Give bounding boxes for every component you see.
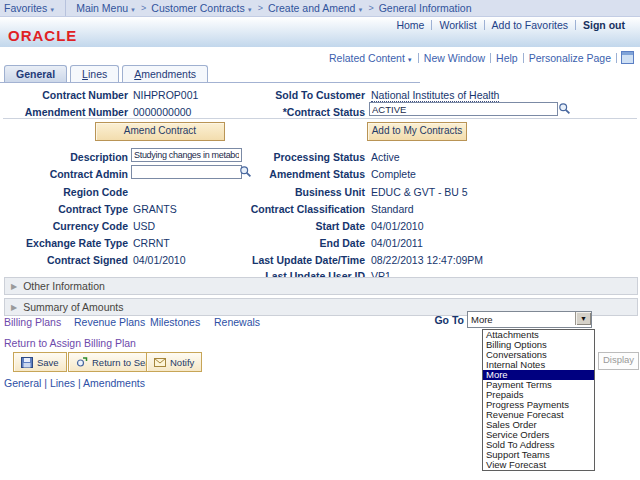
goto-option[interactable]: Sales Order <box>483 420 594 430</box>
notify-envelope-icon <box>154 357 166 368</box>
divider <box>3 118 637 119</box>
chevron-down-icon: ▼ <box>357 7 363 13</box>
contract-status-label: *Contract Status <box>190 106 365 118</box>
goto-option[interactable]: Attachments <box>483 330 594 340</box>
divider <box>523 53 524 63</box>
chevron-down-icon: ▼ <box>407 57 413 63</box>
expand-arrow-icon: ▶ <box>11 282 17 291</box>
goto-option[interactable]: Progress Payments <box>483 400 594 410</box>
worklist-link[interactable]: Worklist <box>439 19 476 31</box>
home-link[interactable]: Home <box>396 19 424 31</box>
revenue-plans-link[interactable]: Revenue Plans <box>74 316 145 328</box>
contract-admin-input[interactable] <box>131 165 242 179</box>
goto-option[interactable]: View Forecast <box>483 460 594 470</box>
breadcrumb-separator: > <box>368 3 373 13</box>
contract-classification-value: Standard <box>371 203 414 215</box>
contract-admin-lookup-icon[interactable] <box>239 165 252 178</box>
contract-type-label: Contract Type <box>0 203 128 215</box>
divider <box>418 53 419 63</box>
description-label: Description <box>0 151 128 163</box>
bottom-amendments-link[interactable]: Amendments <box>83 377 145 389</box>
save-button[interactable]: Save <box>13 352 67 372</box>
related-content-menu[interactable]: Related Content▼ <box>329 52 413 64</box>
goto-option[interactable]: Sold To Address <box>483 440 594 450</box>
start-date-label: Start Date <box>190 220 365 232</box>
renewals-link[interactable]: Renewals <box>214 316 260 328</box>
return-to-assign-billing-plan-link[interactable]: Return to Assign Billing Plan <box>4 337 136 349</box>
goto-selected-value: More <box>471 314 493 325</box>
contract-signed-value: 04/01/2010 <box>133 254 186 266</box>
currency-code-value: USD <box>133 220 155 232</box>
favorites-menu[interactable]: Favorites▼ <box>4 2 55 14</box>
breadcrumb-separator: > <box>258 3 263 13</box>
contract-type-value: GRANTS <box>133 203 177 215</box>
billing-plans-link[interactable]: Billing Plans <box>4 316 61 328</box>
divider <box>65 0 66 16</box>
milestones-link[interactable]: Milestones <box>150 316 200 328</box>
amend-contract-button[interactable]: Amend Contract <box>95 122 225 141</box>
save-disk-icon <box>21 357 33 368</box>
breadcrumb-customer-contracts[interactable]: Customer Contracts▼ <box>151 2 252 14</box>
breadcrumb: Favorites▼ Main Menu▼ > Customer Contrac… <box>0 0 640 17</box>
processing-status-value: Active <box>371 151 400 163</box>
business-unit-value: EDUC & GVT - BU 5 <box>371 186 468 198</box>
exchange-rate-type-label: Exchange Rate Type <box>0 237 128 249</box>
breadcrumb-separator: > <box>141 3 146 13</box>
currency-code-label: Currency Code <box>0 220 128 232</box>
goto-option[interactable]: Prepaids <box>483 390 594 400</box>
goto-option[interactable]: Internal Notes <box>483 360 594 370</box>
tab-lines[interactable]: Lines <box>70 65 119 82</box>
goto-option[interactable]: Payment Terms <box>483 380 594 390</box>
goto-option[interactable]: More <box>483 370 594 380</box>
contract-admin-label: Contract Admin <box>0 168 128 180</box>
chevron-down-icon: ▼ <box>247 7 253 13</box>
breadcrumb-create-and-amend[interactable]: Create and Amend▼ <box>268 2 364 14</box>
goto-select[interactable]: More ▼ <box>467 311 592 328</box>
other-information-section[interactable]: ▶ Other Information <box>4 277 638 295</box>
add-to-favorites-link[interactable]: Add to Favorites <box>492 19 568 31</box>
chevron-down-icon: ▼ <box>130 7 136 13</box>
last-update-datetime-label: Last Update Date/Time <box>190 254 365 266</box>
personalize-page-link[interactable]: Personalize Page <box>529 52 611 64</box>
goto-option[interactable]: Service Orders <box>483 430 594 440</box>
description-input[interactable] <box>131 148 242 162</box>
divider <box>575 20 576 30</box>
bottom-general-link[interactable]: General <box>4 377 41 389</box>
expand-arrow-icon: ▶ <box>11 303 17 312</box>
sold-to-customer-label: Sold To Customer <box>190 89 365 101</box>
region-code-label: Region Code <box>0 186 128 198</box>
goto-option[interactable]: Billing Options <box>483 340 594 350</box>
amendment-status-value: Complete <box>371 168 416 180</box>
contract-signed-label: Contract Signed <box>0 254 128 266</box>
sign-out-link[interactable]: Sign out <box>583 19 625 31</box>
divider <box>484 20 485 30</box>
contract-status-lookup-icon[interactable] <box>558 102 571 115</box>
tab-general[interactable]: General <box>4 65 67 82</box>
breadcrumb-current-page: General Information <box>379 2 472 14</box>
notify-button[interactable]: Notify <box>146 352 202 372</box>
oracle-logo: ORACLE <box>8 27 77 44</box>
help-link[interactable]: Help <box>496 52 518 64</box>
goto-option[interactable]: Revenue Forecast <box>483 410 594 420</box>
display-button-disabled[interactable]: Display <box>598 352 639 370</box>
bottom-page-links: General | Lines | Amendments <box>4 377 145 389</box>
goto-option[interactable]: Conversations <box>483 350 594 360</box>
end-date-value: 04/01/2011 <box>371 237 423 249</box>
amendment-number-label: Amendment Number <box>0 106 128 118</box>
tab-underline <box>0 82 420 83</box>
page-window-icon[interactable] <box>621 51 634 64</box>
contract-number-value: NIHPROP001 <box>133 89 198 101</box>
goto-option[interactable]: Support Teams <box>483 450 594 460</box>
add-to-my-contracts-button[interactable]: Add to My Contracts <box>367 122 467 141</box>
header-band: Home Worklist Add to Favorites Sign out … <box>0 17 640 47</box>
sold-to-customer-value[interactable]: National Institutes of Health <box>371 89 499 102</box>
bottom-lines-link[interactable]: Lines <box>50 377 75 389</box>
dropdown-arrow-icon[interactable]: ▼ <box>575 312 591 325</box>
new-window-link[interactable]: New Window <box>424 52 485 64</box>
tab-amendments[interactable]: Amendments <box>122 65 208 82</box>
main-menu[interactable]: Main Menu▼ <box>76 2 136 14</box>
contract-status-input[interactable] <box>369 102 558 116</box>
divider <box>490 53 491 63</box>
start-date-value: 04/01/2010 <box>371 220 424 232</box>
exchange-rate-type-value: CRRNT <box>133 237 170 249</box>
